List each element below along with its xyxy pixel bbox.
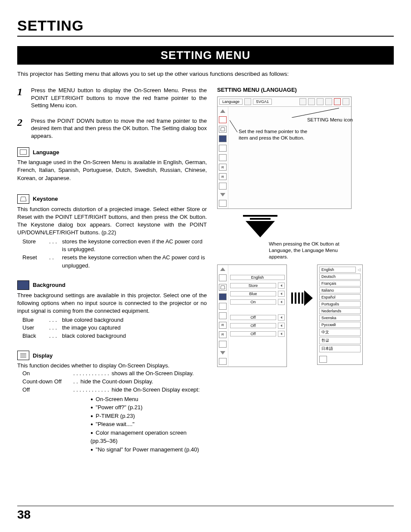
scroll-down-icon <box>220 193 225 196</box>
svg-marker-1 <box>221 128 225 131</box>
language-option: 日本語 <box>319 345 361 352</box>
dots: . . <box>73 378 78 386</box>
scroll-down-icon <box>220 351 225 355</box>
list-item: Color management operation screen (pp.35… <box>90 429 207 445</box>
topbar-icon <box>342 98 349 105</box>
note-text: When pressing the OK button at Language,… <box>269 241 346 260</box>
opt-label: Count-down Off <box>22 378 73 386</box>
topbar-icon <box>244 98 251 105</box>
opt-val: shows all the On-Screen Display. <box>112 370 194 378</box>
dots: . . . . . . . . . . . . <box>73 370 109 378</box>
feature-background: Background Three background settings are… <box>17 280 207 340</box>
language-option: 한글 <box>319 337 361 344</box>
opt-val: blue colored background <box>62 316 207 324</box>
scroll-up-icon <box>220 109 225 113</box>
osd-menu-box: Language SVGA1 <box>217 96 352 209</box>
dots: . . . <box>49 324 62 332</box>
dots: . . . <box>49 238 62 254</box>
callout-line <box>292 107 343 118</box>
settings-values-panel: R R English Store Blue On Off <box>217 264 287 367</box>
step-text: Press the POINT DOWN button to move the … <box>31 117 207 140</box>
display-icon <box>17 351 29 360</box>
osd-topbar: Language SVGA1 <box>218 97 351 107</box>
language-list-panel: English◁ Deutsch Français Italiano Españ… <box>317 264 363 365</box>
language-option: Svenska <box>319 315 361 321</box>
feature-body: This function corrects distortion of a p… <box>17 205 207 237</box>
feature-body: Three background settings are available … <box>17 292 207 315</box>
menu-item-icon <box>219 293 227 300</box>
opt-label: User <box>22 324 49 332</box>
language-option: Português <box>319 301 361 307</box>
menu-item-icon <box>219 303 227 310</box>
menu-item-icon: R <box>219 322 227 329</box>
feature-title: Keystone <box>33 196 58 202</box>
setting-value: Off <box>230 331 276 336</box>
feature-body: The language used in the On-Screen Menu … <box>17 159 207 182</box>
section-title: SETTING <box>17 17 394 34</box>
setting-value: Store <box>230 283 276 288</box>
dots: . . . <box>49 316 62 324</box>
menu-item-icon <box>219 274 227 281</box>
menu-item-icon <box>219 135 227 142</box>
menu-item-icon <box>219 312 227 319</box>
menu-item-icon <box>219 145 227 152</box>
background-icon <box>17 280 29 290</box>
language-option: 中文 <box>319 329 361 336</box>
opt-label: Off <box>22 386 73 394</box>
display-exceptions: On-Screen Menu "Power off?" (p.21) P-TIM… <box>90 395 207 454</box>
setting-value: Off <box>230 323 276 328</box>
step-text: Press the MENU button to display the On-… <box>31 87 207 109</box>
list-item: "Power off?" (p.21) <box>90 403 207 412</box>
menu-item-icon <box>219 341 227 348</box>
topbar-mode: SVGA1 <box>253 99 272 105</box>
menu-item-icon: R <box>219 331 227 338</box>
keystone-icon <box>17 194 29 204</box>
callout-icon-label: SETTING Menu icon <box>307 117 353 123</box>
feature-title: Display <box>33 352 53 359</box>
opt-label: Reset <box>22 254 49 270</box>
language-icon <box>17 147 29 157</box>
menu-item-icon: R <box>219 164 227 171</box>
osd-content: SETTING Menu icon Set the red frame poin… <box>228 107 351 208</box>
callout-line <box>230 120 243 137</box>
language-option: Nederlands <box>319 308 361 314</box>
step-number: 2 <box>17 117 26 140</box>
svg-marker-0 <box>20 197 26 201</box>
dots: . . . <box>49 332 62 340</box>
step-number: 1 <box>17 87 26 109</box>
language-option: Español <box>319 294 361 300</box>
opt-val: black colored background <box>62 332 207 340</box>
selector-arrow-icon <box>278 283 285 289</box>
background-options: Blue. . .blue colored background User. .… <box>22 316 207 341</box>
bar-title: SETTING MENU <box>17 46 394 65</box>
step-2: 2 Press the POINT DOWN button to move th… <box>17 117 207 140</box>
keystone-options: Store. . .stores the keystone correction… <box>22 238 207 270</box>
right-arrow-icon <box>291 290 313 306</box>
opt-val: resets the keystone correction when the … <box>62 254 207 270</box>
display-options: On. . . . . . . . . . . .shows all the O… <box>22 370 207 394</box>
selector-arrow-icon <box>278 331 285 337</box>
menu-item-icon <box>219 126 227 133</box>
feature-display: Display This function decides whether to… <box>17 351 207 454</box>
menu-item-icon <box>219 183 227 190</box>
opt-label: On <box>22 370 73 378</box>
exit-icon <box>219 358 227 365</box>
topbar-label: Language <box>219 99 243 105</box>
topbar-icon <box>334 98 341 105</box>
menu-item-icon: R <box>219 173 227 180</box>
list-item: P-TIMER (p.23) <box>90 412 207 420</box>
list-item: On-Screen Menu <box>90 395 207 404</box>
exit-icon <box>219 200 227 207</box>
exit-icon <box>319 356 327 363</box>
selector-arrow-icon <box>278 291 285 297</box>
right-heading: SETTING MENU (LANGUAGE) <box>217 87 394 93</box>
step-1: 1 Press the MENU button to display the O… <box>17 87 207 109</box>
language-option: Русский <box>319 322 361 328</box>
dots: . . . . . . . . . . . . <box>73 386 109 394</box>
feature-body: This function decides whether to display… <box>17 362 207 370</box>
svg-line-2 <box>292 108 339 118</box>
menu-item-icon <box>219 284 227 291</box>
menu-item-icon <box>219 154 227 161</box>
topbar-icon <box>299 98 306 105</box>
feature-keystone: Keystone This function corrects distorti… <box>17 194 207 270</box>
